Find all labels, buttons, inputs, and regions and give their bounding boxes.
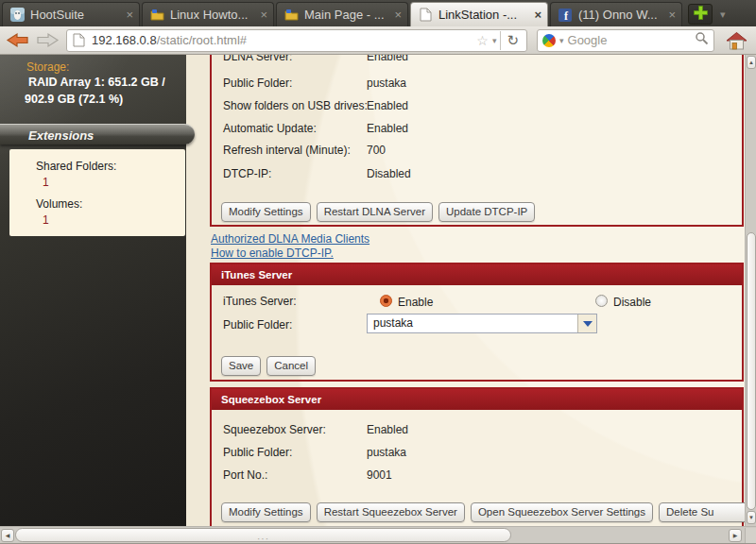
settings-row: DLNA Server: Enabled — [223, 55, 733, 63]
delete-squeezebox-button[interactable]: Delete Su — [659, 502, 745, 522]
save-button[interactable]: Save — [221, 356, 261, 376]
scroll-right-button[interactable]: ▶ — [729, 529, 742, 542]
vertical-scroll-thumb[interactable] — [747, 232, 756, 510]
modify-settings-button[interactable]: Modify Settings — [221, 202, 311, 222]
public-folder-select[interactable]: pustaka — [367, 314, 597, 333]
tab-title: Main Page - ... — [304, 8, 389, 22]
extensions-header: Extensions — [0, 124, 195, 144]
new-tab-button[interactable] — [688, 4, 713, 25]
field-label: DLNA Server: — [223, 55, 292, 63]
horizontal-scroll-thumb[interactable]: ··· — [15, 528, 511, 542]
authorized-dlna-clients-link[interactable]: Authorized DLNA Media Clients — [211, 232, 369, 246]
content-area: DLNA Server: Enabled Public Folder: pust… — [0, 55, 756, 526]
navigation-toolbar: 192.168.0.8/static/root.html# ☆ ▾ ↻ ▾ Go… — [0, 26, 756, 55]
update-dtcp-ip-button[interactable]: Update DTCP-IP — [438, 202, 535, 222]
close-icon[interactable]: × — [126, 8, 133, 22]
bookmark-star-icon[interactable]: ☆ — [476, 33, 489, 48]
settings-row: Show folders on USB drives: Enabled — [223, 99, 733, 112]
scroll-up-button[interactable]: ▲ — [747, 56, 756, 69]
facebook-icon: f — [558, 8, 573, 23]
tab-title: HootSuite — [30, 8, 121, 22]
close-icon[interactable]: × — [260, 8, 267, 22]
restart-squeezebox-server-button[interactable]: Restart Squeezebox Server — [317, 502, 465, 522]
reload-icon[interactable]: ↻ — [500, 31, 524, 50]
plus-icon — [693, 5, 709, 25]
google-logo-icon — [542, 34, 556, 47]
tab-linkstation-active[interactable]: LinkStation -... × — [410, 2, 548, 26]
home-button[interactable] — [726, 31, 747, 50]
scroll-down-button[interactable]: ▼ — [747, 511, 756, 524]
field-label: iTunes Server: — [223, 295, 297, 308]
vertical-scrollbar[interactable]: ▲ ▼ — [745, 55, 756, 526]
settings-row: iTunes Server: — [223, 295, 733, 308]
field-label: Refresh interval (Minute): — [223, 144, 351, 157]
radio-enable[interactable] — [380, 295, 392, 307]
search-engine-chevron-icon[interactable]: ▾ — [559, 36, 564, 45]
volumes-count: 1 — [43, 213, 185, 227]
tab-facebook[interactable]: f (11) Onno W... × — [550, 2, 682, 26]
url-dropdown-chevron-icon[interactable]: ▾ — [492, 36, 497, 45]
raid-array-info: RAID Array 1: 651.2 GB / — [28, 76, 165, 89]
settings-row: Automatic Update: Enabled — [223, 122, 733, 135]
modify-settings-button[interactable]: Modify Settings — [221, 502, 311, 522]
close-icon[interactable]: × — [394, 8, 402, 22]
url-text[interactable]: 192.168.0.8/static/root.html# — [92, 33, 476, 47]
back-button[interactable] — [6, 32, 29, 48]
storage-label: Storage: — [26, 60, 69, 74]
how-to-enable-dtcp-ip-link[interactable]: How to enable DTCP-IP. — [211, 246, 334, 260]
forward-button[interactable] — [36, 32, 60, 48]
close-icon[interactable]: × — [534, 8, 541, 22]
cancel-button[interactable]: Cancel — [266, 356, 316, 376]
field-label: Public Folder: — [223, 318, 292, 332]
squeezebox-button-row: Modify Settings Restart Squeezebox Serve… — [221, 502, 745, 522]
horizontal-scrollbar[interactable]: ◀ ··· ▶ — [0, 526, 756, 543]
tab-title: Linux Howto... — [170, 8, 255, 22]
radio-disable-label[interactable]: Disable — [613, 296, 651, 309]
scroll-left-button[interactable]: ◀ — [1, 529, 14, 542]
raid-array-name: RAID Array 1 — [28, 76, 101, 89]
page-icon — [418, 8, 433, 23]
field-label: Show folders on USB drives: — [223, 99, 368, 112]
tab-title: (11) Onno W... — [578, 8, 663, 22]
field-label: Public Folder: — [223, 446, 292, 459]
settings-row: Public Folder: pustaka — [223, 76, 733, 90]
wiki-folder-icon — [284, 8, 299, 23]
extensions-title: Extensions — [28, 128, 94, 143]
field-label: Squeezebox Server: — [223, 423, 326, 436]
settings-row: Port No.: 9001 — [223, 468, 733, 482]
itunes-button-row: Save Cancel — [221, 356, 316, 376]
open-squeezebox-server-settings-button[interactable]: Open Squeezebox Server Settings — [471, 502, 653, 522]
field-label: Automatic Update: — [223, 122, 317, 135]
select-arrow-button[interactable] — [577, 314, 596, 332]
hootsuite-owl-icon — [9, 8, 25, 23]
back-arrow-icon — [6, 32, 29, 48]
settings-row: Public Folder: pustaka — [223, 446, 733, 459]
restart-dlna-server-button[interactable]: Restart DLNA Server — [317, 202, 433, 222]
settings-row: Squeezebox Server: Enabled — [223, 423, 733, 436]
raid-array-capacity: : 651.2 GB / — [101, 76, 165, 89]
field-value: 700 — [367, 144, 386, 157]
radio-enable-label[interactable]: Enable — [398, 296, 433, 309]
page-content: DLNA Server: Enabled Public Folder: pust… — [186, 55, 745, 526]
field-value: Disabled — [367, 167, 411, 180]
search-box[interactable]: ▾ Google — [537, 29, 714, 52]
forward-arrow-icon — [36, 32, 60, 48]
tab-main-page[interactable]: Main Page - ... × — [276, 2, 408, 26]
field-value: Enabled — [367, 122, 408, 135]
url-bar[interactable]: 192.168.0.8/static/root.html# ☆ ▾ ↻ — [66, 29, 527, 52]
field-label: Port No.: — [223, 468, 267, 482]
tab-linux-howto[interactable]: Linux Howto... × — [142, 2, 274, 26]
tab-overflow-chevron-icon[interactable]: ▾ — [720, 8, 726, 21]
shared-folders-count: 1 — [43, 176, 185, 189]
settings-row: DTCP-IP: Disabled — [223, 167, 733, 180]
field-label: Public Folder: — [223, 76, 292, 90]
raid-array-capacity-2: 902.9 GB (72.1 %) — [25, 93, 123, 106]
close-icon[interactable]: × — [668, 8, 676, 22]
section-header: iTunes Server — [212, 264, 742, 285]
magnifier-icon[interactable] — [695, 31, 709, 49]
tab-title: LinkStation -... — [438, 8, 529, 22]
extensions-panel: Shared Folders: 1 Volumes: 1 — [9, 149, 185, 236]
search-placeholder: Google — [568, 33, 695, 47]
radio-disable[interactable] — [595, 295, 608, 307]
tab-hootsuite[interactable]: HootSuite × — [2, 2, 140, 26]
